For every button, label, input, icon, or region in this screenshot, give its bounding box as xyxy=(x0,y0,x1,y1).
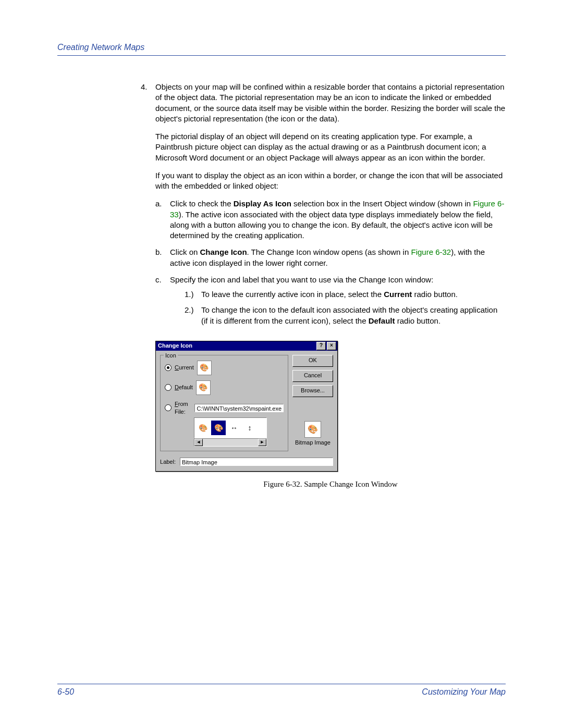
bold-text: Current xyxy=(384,290,412,299)
ok-button[interactable]: OK xyxy=(292,355,333,367)
subsub-2-text: To change the icon to the default icon a… xyxy=(201,305,506,326)
icon-chooser-strip[interactable]: 🎨 🎨 ↔ ↕ xyxy=(194,417,267,438)
subsub-1-text: To leave the currently active icon in pl… xyxy=(201,289,506,300)
figure-caption: Figure 6-32. Sample Change Icon Window xyxy=(155,479,506,489)
body-content: 4. Objects on your map will be confined … xyxy=(141,82,506,490)
scroll-right-button[interactable]: ► xyxy=(258,439,266,446)
underline: D xyxy=(175,384,179,390)
preview-icon: 🎨 xyxy=(304,421,321,438)
label-field-label: Label: xyxy=(160,458,176,466)
change-icon-dialog: Change Icon ? × Icon Current 🎨 xyxy=(155,341,338,472)
header-rule xyxy=(57,55,506,56)
text: radio button. xyxy=(412,290,458,299)
icon-scrollbar[interactable]: ◄ ► xyxy=(194,438,267,447)
text: ). The active icon associated with the o… xyxy=(170,210,493,240)
icon-choice[interactable]: ↔ xyxy=(227,421,241,435)
substep-a-text: Click to check the Display As Icon selec… xyxy=(170,199,506,241)
step4-paragraph-2: The pictorial display of an object will … xyxy=(155,131,506,163)
default-icon: 🎨 xyxy=(196,380,211,395)
section-header: Creating Network Maps xyxy=(57,43,506,52)
dialog-title: Change Icon xyxy=(158,342,315,350)
substep-a-marker: a. xyxy=(155,199,170,241)
text: . The Change Icon window opens (as shown… xyxy=(247,248,411,256)
dialog-titlebar[interactable]: Change Icon ? × xyxy=(156,341,337,351)
page-number: 6-50 xyxy=(57,687,74,697)
subsub-2-marker: 2.) xyxy=(185,305,201,326)
substep-c-marker: c. xyxy=(155,275,170,331)
step-number: 4. xyxy=(141,82,155,490)
text: Click to check the xyxy=(170,199,234,208)
subsub-1-marker: 1.) xyxy=(185,289,201,300)
bold-text: Change Icon xyxy=(200,248,247,256)
text: selection box in the Insert Object windo… xyxy=(291,199,473,208)
step4-paragraph-1: Objects on your map will be confined wit… xyxy=(155,82,506,124)
text: rowse... xyxy=(304,387,325,393)
underline: C xyxy=(175,364,179,371)
radio-fromfile-label[interactable]: From File: xyxy=(175,400,191,416)
radio-default-label[interactable]: Default xyxy=(175,384,193,391)
help-button[interactable]: ? xyxy=(316,342,326,350)
icon-choice[interactable]: 🎨 xyxy=(195,421,210,435)
label-input[interactable]: Bitmap Image xyxy=(180,458,333,466)
icon-choice-selected[interactable]: 🎨 xyxy=(211,421,226,435)
close-button[interactable]: × xyxy=(327,342,336,350)
cancel-button[interactable]: Cancel xyxy=(292,370,333,382)
underline: F xyxy=(175,401,178,407)
substep-b-text: Click on Change Icon. The Change Icon wi… xyxy=(170,247,506,268)
bold-text: Display As Icon xyxy=(234,199,291,208)
substep-b-marker: b. xyxy=(155,247,170,268)
text: urrent xyxy=(179,364,194,371)
scroll-left-button[interactable]: ◄ xyxy=(194,439,203,446)
text: efault xyxy=(179,384,193,390)
radio-current[interactable] xyxy=(165,364,172,371)
icon-groupbox: Icon Current 🎨 Default 🎨 xyxy=(160,355,288,452)
bold-text: Default xyxy=(369,316,395,325)
text: To change the icon to the default icon a… xyxy=(201,305,497,325)
current-icon: 🎨 xyxy=(197,361,212,375)
radio-fromfile[interactable] xyxy=(165,404,172,411)
radio-default[interactable] xyxy=(165,384,172,391)
text: abel: xyxy=(163,459,176,465)
groupbox-label: Icon xyxy=(164,352,178,360)
substep-c-text: Specify the icon and label that you want… xyxy=(170,275,506,285)
figure-link[interactable]: Figure 6-32 xyxy=(411,248,451,256)
text: To leave the currently active icon in pl… xyxy=(201,290,384,299)
text: radio button. xyxy=(395,316,441,325)
radio-current-label[interactable]: Current xyxy=(175,364,194,372)
icon-choice[interactable]: ↕ xyxy=(242,421,257,435)
text: Click on xyxy=(170,248,200,256)
step4-paragraph-3: If you want to display the object as an … xyxy=(155,170,506,192)
fromfile-path-input[interactable]: C:\WINNT\system32\mspaint.exe xyxy=(194,404,284,412)
footer-section: Customizing Your Map xyxy=(422,687,506,697)
page-footer: 6-50 Customizing Your Map xyxy=(57,684,506,697)
browse-button[interactable]: Browse... xyxy=(292,385,333,397)
preview-caption: Bitmap Image xyxy=(295,439,331,447)
